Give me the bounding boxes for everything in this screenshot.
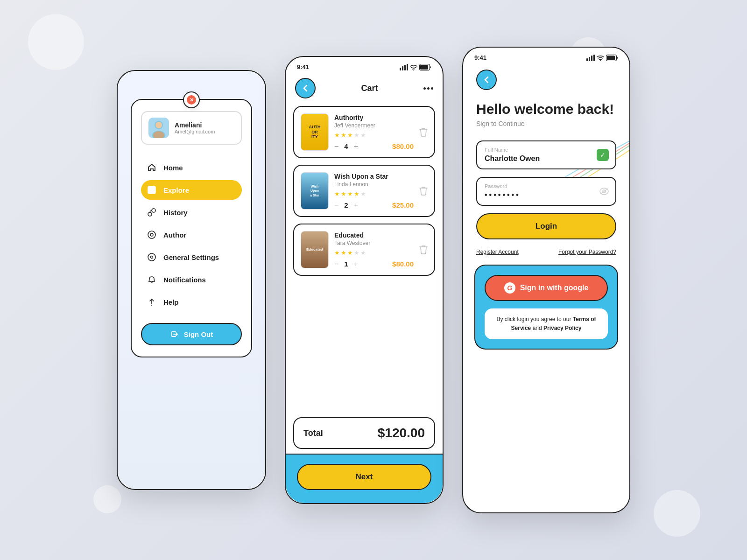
history-icon	[147, 207, 157, 217]
qty-decrease-wish[interactable]: −	[334, 201, 338, 210]
password-input[interactable]: Password ••••••••	[476, 177, 616, 206]
sidebar-item-settings[interactable]: General Settings	[141, 247, 242, 267]
delete-authority[interactable]	[419, 127, 428, 137]
book-title-authority: Authority	[334, 114, 414, 121]
close-button[interactable]: ✕	[183, 91, 200, 108]
signout-button[interactable]: Sign Out	[141, 323, 242, 345]
home-label: Home	[163, 164, 183, 172]
close-icon: ✕	[187, 95, 196, 105]
sidebar-item-author[interactable]: Author	[141, 225, 242, 245]
svg-rect-13	[400, 68, 401, 70]
qty-increase-educated[interactable]: +	[354, 260, 358, 268]
explore-label: Explore	[163, 186, 189, 194]
qty-price-educated: − 1 + $80.00	[334, 260, 414, 268]
privacy-policy[interactable]: Privacy Policy	[543, 325, 581, 331]
signout-icon	[170, 329, 179, 339]
fullname-input[interactable]: Full Name Charlotte Owen ✓	[476, 140, 616, 169]
delete-wish[interactable]	[419, 186, 428, 196]
login-back-button[interactable]	[476, 70, 497, 90]
svg-point-6	[152, 209, 155, 212]
user-name: Ameliani	[175, 121, 215, 129]
cart-item-authority: AUTHORITY Authority Jeff Vendermeer ★ ★ …	[293, 106, 435, 158]
back-arrow-icon	[301, 84, 310, 93]
wifi-icon-login	[597, 55, 604, 61]
sidebar-item-explore[interactable]: Explore	[141, 180, 242, 200]
login-status-time: 9:41	[474, 54, 486, 61]
battery-icon	[419, 64, 431, 70]
stars-wish: ★ ★ ★ ★ ★	[334, 190, 414, 197]
qty-num-authority: 4	[344, 142, 348, 150]
qty-control-wish: − 2 +	[334, 201, 358, 210]
google-section: G Sign in with google By click login you…	[474, 265, 618, 350]
svg-point-12	[151, 305, 152, 306]
settings-label: General Settings	[163, 253, 219, 261]
book-info-educated: Educated Tara Westover ★ ★ ★ ★ ★ − 1 + $…	[334, 231, 414, 268]
sidebar-item-help[interactable]: Help	[141, 292, 242, 312]
svg-point-8	[148, 231, 155, 238]
help-label: Help	[163, 298, 179, 306]
menu-list: Home Explore	[141, 158, 242, 312]
author-label: Author	[163, 231, 186, 239]
fullname-label: Full Name	[485, 147, 608, 153]
fullname-value: Charlotte Owen	[485, 154, 608, 163]
qty-price-wish: − 2 + $25.00	[334, 201, 414, 210]
svg-point-17	[413, 70, 414, 70]
book-title-wish: Wish Upon a Star	[334, 173, 414, 180]
qty-control-educated: − 1 +	[334, 260, 358, 268]
decorative-blob-3	[93, 485, 121, 513]
login-button[interactable]: Login	[476, 213, 616, 239]
total-amount: $120.00	[378, 426, 425, 441]
password-label: Password	[485, 183, 608, 189]
book-author-wish: Linda Lennon	[334, 181, 414, 188]
forgot-link[interactable]: Forgot your Password?	[558, 249, 616, 255]
register-link[interactable]: Register Account	[476, 249, 519, 255]
cart-bottom: Next	[286, 454, 443, 503]
delete-educated[interactable]	[419, 245, 428, 254]
cart-title: Cart	[361, 84, 378, 93]
book-info-wish: Wish Upon a Star Linda Lennon ★ ★ ★ ★ ★ …	[334, 173, 414, 210]
password-eye-icon[interactable]	[599, 188, 609, 195]
more-options-button[interactable]	[423, 87, 433, 90]
book-author-authority: Jeff Vendermeer	[334, 122, 414, 129]
svg-rect-19	[420, 65, 428, 70]
signal-icon-login	[586, 55, 595, 61]
next-button[interactable]: Next	[297, 464, 431, 490]
book-author-educated: Tara Westover	[334, 240, 414, 246]
book-title-educated: Educated	[334, 231, 414, 239]
author-icon	[147, 230, 157, 240]
qty-increase-authority[interactable]: +	[354, 142, 358, 151]
qty-decrease-authority[interactable]: −	[334, 142, 338, 151]
signout-label: Sign Out	[184, 330, 213, 338]
fullname-check-icon: ✓	[597, 149, 609, 161]
wifi-icon	[410, 64, 417, 70]
qty-num-educated: 1	[344, 260, 348, 268]
status-icons	[400, 64, 431, 70]
svg-point-24	[600, 60, 601, 61]
stars-educated: ★ ★ ★ ★ ★	[334, 249, 414, 256]
explore-icon	[147, 185, 157, 195]
help-icon	[147, 297, 157, 307]
qty-increase-wish[interactable]: +	[354, 201, 358, 210]
svg-rect-15	[404, 65, 406, 70]
phone-cart: 9:41	[285, 56, 444, 504]
sidebar-item-history[interactable]: History	[141, 203, 242, 222]
qty-decrease-educated[interactable]: −	[334, 260, 338, 268]
terms-text: By click login you agree to our Terms of…	[485, 308, 608, 339]
svg-point-9	[150, 233, 153, 236]
svg-point-10	[148, 253, 155, 261]
phone-login: 9:41	[462, 47, 630, 513]
book-cover-authority: AUTHORITY	[301, 113, 329, 151]
cart-item-wish: WishUpona Star Wish Upon a Star Linda Le…	[293, 165, 435, 217]
book-info-authority: Authority Jeff Vendermeer ★ ★ ★ ★ ★ − 4 …	[334, 114, 414, 151]
signal-icon	[400, 64, 408, 70]
cart-item-educated: Educated Educated Tara Westover ★ ★ ★ ★ …	[293, 224, 435, 276]
user-profile[interactable]: Ameliani Amel@gmail.com	[141, 111, 242, 145]
sidebar-item-home[interactable]: Home	[141, 158, 242, 177]
settings-icon	[147, 252, 157, 262]
notifications-label: Notifications	[163, 276, 206, 284]
google-signin-button[interactable]: G Sign in with google	[485, 275, 608, 301]
sidebar-item-notifications[interactable]: Notifications	[141, 270, 242, 289]
svg-rect-23	[593, 55, 595, 61]
cart-total: Total $120.00	[293, 417, 435, 449]
cart-back-button[interactable]	[295, 78, 316, 98]
